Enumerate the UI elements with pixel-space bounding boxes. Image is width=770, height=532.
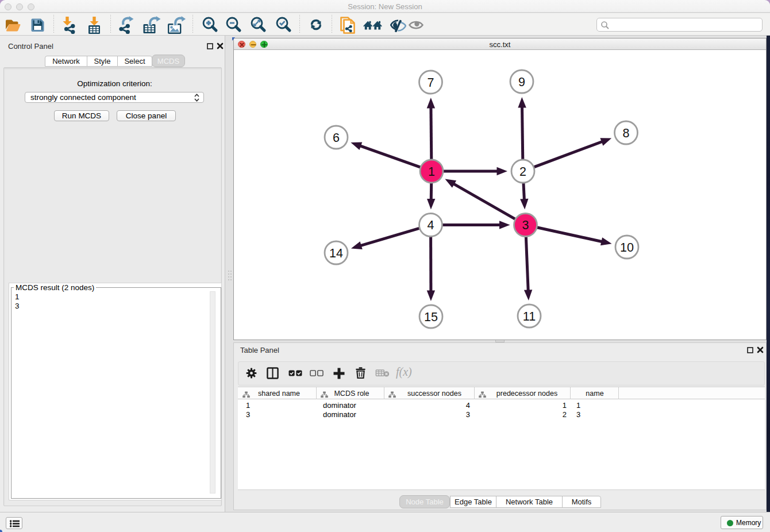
svg-text:7: 7	[428, 76, 434, 90]
svg-text:15: 15	[424, 310, 438, 324]
svg-text:4: 4	[428, 218, 434, 232]
svg-text:3: 3	[522, 218, 529, 232]
svg-text:11: 11	[523, 310, 536, 323]
svg-text:2: 2	[519, 165, 526, 179]
svg-text:9: 9	[518, 75, 525, 89]
svg-text:1: 1	[428, 165, 435, 179]
svg-text:8: 8	[623, 126, 630, 140]
svg-text:6: 6	[333, 131, 340, 145]
svg-text:14: 14	[329, 246, 343, 260]
svg-text:10: 10	[620, 241, 634, 255]
